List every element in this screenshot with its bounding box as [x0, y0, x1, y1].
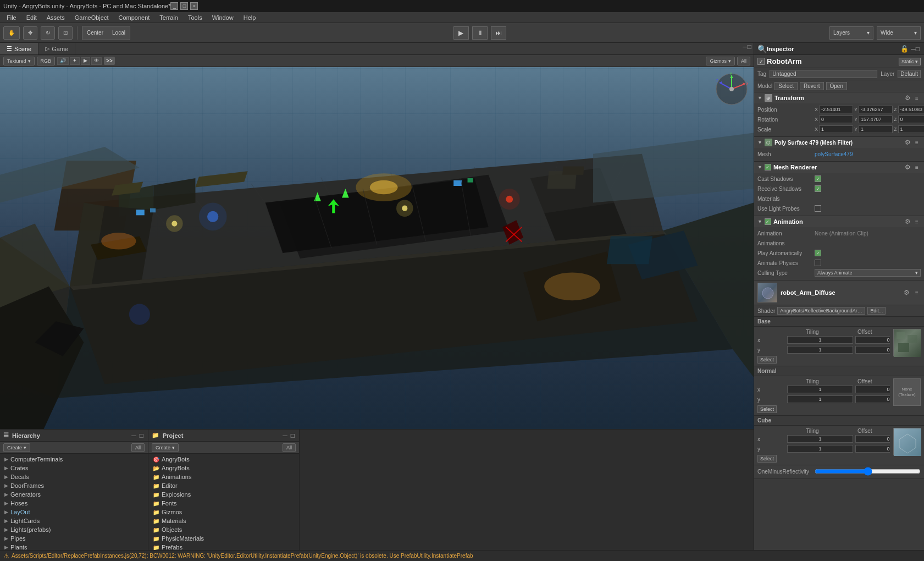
menu-assets[interactable]: Assets: [42, 13, 69, 22]
project-maximize[interactable]: □: [291, 432, 295, 439]
menu-help[interactable]: Help: [239, 13, 261, 22]
select-button[interactable]: Select: [774, 82, 798, 90]
project-item-objects[interactable]: 📁 Objects: [148, 525, 299, 534]
menu-file[interactable]: File: [2, 13, 21, 22]
project-item-angrybots[interactable]: 📂 AngryBots: [148, 464, 299, 472]
animation-header[interactable]: ▼ ✓ Animation ⚙ ≡: [754, 216, 924, 227]
receive-shadows-checkbox[interactable]: ✓: [815, 185, 821, 192]
scene-gizmos-vis-btn[interactable]: 👁: [91, 57, 102, 65]
project-item-explosions[interactable]: 📁 Explosions: [148, 490, 299, 499]
move-tool-button[interactable]: ✥: [23, 26, 37, 40]
hierarchy-item[interactable]: ▶ Lights(prefabs): [0, 525, 148, 534]
pause-button[interactable]: ⏸: [472, 26, 488, 40]
animation-menu[interactable]: ≡: [913, 218, 921, 226]
base-tiling-x-input[interactable]: [787, 336, 853, 344]
pos-z-input[interactable]: [898, 106, 924, 113]
hierarchy-maximize[interactable]: □: [140, 432, 143, 439]
transform-menu[interactable]: ≡: [913, 94, 921, 102]
base-tiling-y-input[interactable]: [787, 346, 853, 354]
gizmos-dropdown[interactable]: Gizmos▾: [706, 57, 735, 65]
mesh-filter-settings[interactable]: ⚙: [905, 139, 911, 146]
menu-gameobject[interactable]: GameObject: [70, 13, 113, 22]
project-item-angrybots-special[interactable]: 🎯 AngryBots: [148, 455, 299, 464]
layers-dropdown[interactable]: Layers ▾: [829, 26, 873, 40]
base-offset-y-input[interactable]: [855, 346, 890, 354]
hierarchy-all-btn[interactable]: All: [131, 443, 145, 452]
pos-y-input[interactable]: [859, 106, 893, 113]
all-dropdown[interactable]: All: [737, 57, 750, 65]
mesh-renderer-header[interactable]: ▼ ✓ Mesh Renderer ⚙ ≡: [754, 162, 924, 173]
gameobject-name[interactable]: RobotArm: [767, 57, 897, 65]
culling-type-dropdown[interactable]: Always Animate ▾: [815, 269, 921, 277]
cube-tiling-x-input[interactable]: [787, 435, 853, 443]
project-create-btn[interactable]: Create▾: [152, 443, 179, 452]
hierarchy-item[interactable]: ▶ Crates: [0, 464, 148, 472]
menu-edit[interactable]: Edit: [22, 13, 41, 22]
animation-checkbox[interactable]: ✓: [765, 218, 771, 225]
rotate-tool-button[interactable]: ↻: [41, 26, 55, 40]
menu-terrain[interactable]: Terrain: [155, 13, 182, 22]
project-all-btn[interactable]: All: [283, 443, 296, 452]
inspector-scroll[interactable]: ✓ RobotArm Static ▾ Tag Untagged Layer D…: [754, 55, 924, 550]
base-select-btn[interactable]: Select: [757, 356, 777, 364]
center-button[interactable]: Center: [82, 26, 108, 40]
hierarchy-item[interactable]: ▶ Generators: [0, 490, 148, 499]
hierarchy-item[interactable]: ▶ Pipes: [0, 534, 148, 543]
rot-z-input[interactable]: [898, 116, 924, 123]
mesh-renderer-menu[interactable]: ≡: [913, 163, 921, 171]
cube-select-btn[interactable]: Select: [757, 455, 777, 463]
layer-dropdown[interactable]: Default: [898, 70, 921, 78]
project-minimize[interactable]: ─: [283, 432, 287, 439]
window-controls[interactable]: _ □ ×: [170, 2, 198, 10]
color-mode-dropdown[interactable]: RGB: [37, 57, 56, 65]
base-offset-x-input[interactable]: [855, 336, 890, 344]
scene-anim-btn[interactable]: ▶: [81, 57, 90, 65]
normal-tiling-x-input[interactable]: [787, 386, 853, 393]
normal-offset-x-input[interactable]: [855, 386, 890, 393]
animate-physics-checkbox[interactable]: [815, 260, 821, 266]
project-item-prefabs[interactable]: 📁 Prefabs: [148, 543, 299, 550]
one-minus-input[interactable]: [815, 469, 921, 474]
normal-tiling-y-input[interactable]: [787, 395, 853, 403]
scale-x-input[interactable]: [819, 125, 853, 133]
mesh-filter-header[interactable]: ▼ ⬡ Poly Surface 479 (Mesh Filter) ⚙ ≡: [754, 137, 924, 148]
step-button[interactable]: ⏭: [491, 26, 506, 40]
local-button[interactable]: Local: [108, 26, 130, 40]
project-item-editor[interactable]: 📁 Editor: [148, 481, 299, 490]
hierarchy-create-btn[interactable]: Create▾: [3, 443, 30, 452]
maximize-button[interactable]: □: [180, 2, 188, 10]
shader-edit-btn[interactable]: Edit...: [867, 307, 886, 315]
material-menu[interactable]: ≡: [913, 289, 921, 296]
inspector-maximize[interactable]: □: [916, 45, 920, 53]
scale-y-input[interactable]: [859, 125, 893, 133]
project-item-materials[interactable]: 📁 Materials: [148, 516, 299, 525]
scene-panel-maximize[interactable]: □: [748, 43, 751, 54]
tag-dropdown[interactable]: Untagged: [770, 70, 877, 78]
open-button[interactable]: Open: [826, 82, 847, 90]
cast-shadows-checkbox[interactable]: ✓: [815, 175, 821, 182]
hierarchy-item[interactable]: ▶ Hoses: [0, 499, 148, 508]
transform-settings[interactable]: ⚙: [905, 94, 911, 102]
revert-button[interactable]: Revert: [800, 82, 823, 90]
back-button[interactable]: >>: [104, 57, 115, 65]
scene-fx-btn[interactable]: ✦: [70, 57, 80, 65]
pos-x-input[interactable]: [819, 106, 853, 113]
menu-tools[interactable]: Tools: [184, 13, 207, 22]
hand-tool-button[interactable]: ✋: [3, 26, 20, 40]
material-settings[interactable]: ⚙: [904, 289, 910, 296]
scene-tab[interactable]: ☰ Scene: [0, 43, 38, 54]
animation-settings[interactable]: ⚙: [905, 218, 911, 226]
cube-offset-x-input[interactable]: [855, 435, 890, 443]
hierarchy-item[interactable]: ▶ Plants: [0, 543, 148, 550]
render-mode-dropdown[interactable]: Textured▾: [3, 57, 35, 65]
hierarchy-item[interactable]: ▶ DoorFrames: [0, 481, 148, 490]
scale-z-input[interactable]: [898, 125, 924, 133]
project-item-gizmos[interactable]: 📁 Gizmos: [148, 508, 299, 516]
hierarchy-item[interactable]: ▶ LightCards: [0, 516, 148, 525]
play-button[interactable]: ▶: [453, 26, 469, 40]
transform-header[interactable]: ▼ ⊕ Transform ⚙ ≡: [754, 92, 924, 103]
hierarchy-item[interactable]: ▶ ComputerTerminals: [0, 455, 148, 464]
project-item-animations[interactable]: 📁 Animations: [148, 472, 299, 481]
mesh-filter-menu[interactable]: ≡: [913, 139, 921, 146]
scene-panel-minimize[interactable]: ─: [743, 43, 748, 54]
